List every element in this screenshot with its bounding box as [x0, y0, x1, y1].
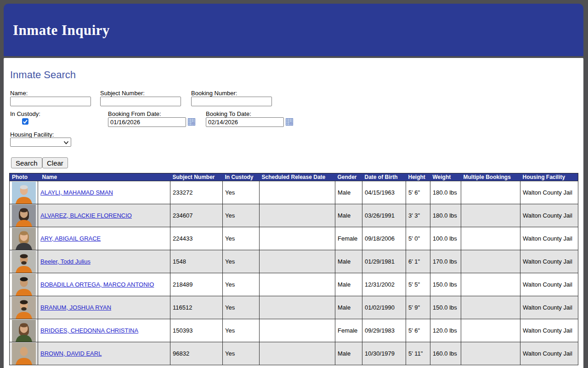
inmate-height-cell: 6' 1" — [406, 250, 430, 273]
inmate-name-link[interactable]: BRIDGES, CHEDONNA CHRISTINA — [40, 327, 138, 334]
subject-number-label: Subject Number: — [100, 90, 145, 97]
inmate-photo-cell — [10, 250, 38, 273]
inmate-multiple-cell — [461, 296, 520, 319]
inmate-custody-cell: Yes — [223, 342, 260, 365]
inmate-table-header-row: PhotoNameSubject NumberIn CustodySchedul… — [10, 173, 578, 181]
inmate-height-cell: 5' 6" — [406, 181, 430, 204]
column-header-name: Name — [38, 173, 170, 181]
inmate-subject-cell: 96832 — [170, 342, 223, 365]
inmate-photo-cell — [10, 319, 38, 342]
mugshot-photo — [12, 320, 36, 342]
inmate-photo-cell — [10, 227, 38, 250]
inmate-gender-cell: Male — [335, 273, 362, 296]
inmate-custody-cell: Yes — [223, 319, 260, 342]
booking-from-date-input[interactable] — [108, 117, 186, 127]
inmate-row: BROWN, DAVID EARL96832YesMale10/30/19795… — [10, 342, 578, 365]
inmate-row: ALVAREZ, BLACKIE FLORENCIO234607YesMale0… — [10, 204, 578, 227]
inmate-custody-cell: Yes — [223, 296, 260, 319]
booking-number-input[interactable] — [191, 97, 272, 106]
inmate-custody-cell: Yes — [223, 250, 260, 273]
subject-number-input[interactable] — [100, 97, 181, 106]
inmate-name-link[interactable]: BOBADILLA ORTEGA, MARCO ANTONIO — [40, 281, 154, 288]
inmate-gender-cell: Female — [335, 227, 362, 250]
inmate-height-cell: 5' 5" — [406, 273, 430, 296]
inmate-dob-cell: 04/15/1963 — [362, 181, 406, 204]
booking-from-calendar-icon[interactable] — [188, 118, 195, 126]
inmate-facility-cell: Walton County Jail — [520, 227, 578, 250]
inmate-name-link[interactable]: ALVAREZ, BLACKIE FLORENCIO — [40, 212, 132, 219]
inmate-subject-cell: 1548 — [170, 250, 223, 273]
inmate-release-cell — [260, 250, 335, 273]
in-custody-label: In Custody: — [10, 110, 40, 117]
inmate-name-cell: Beeler, Todd Julius — [38, 250, 170, 273]
page-container: Inmate Inquiry Inmate Search Name: Subje… — [4, 4, 583, 368]
column-header-gender: Gender — [335, 173, 362, 181]
inmate-row: BOBADILLA ORTEGA, MARCO ANTONIO218489Yes… — [10, 273, 578, 296]
inmate-dob-cell: 03/26/1991 — [362, 204, 406, 227]
inmate-name-link[interactable]: Beeler, Todd Julius — [40, 258, 90, 265]
inmate-release-cell — [260, 296, 335, 319]
inmate-name-link[interactable]: ALAYLI, MAHAMAD SMAN — [40, 189, 113, 196]
inmate-custody-cell: Yes — [223, 227, 260, 250]
inmate-facility-cell: Walton County Jail — [520, 181, 578, 204]
inmate-release-cell — [260, 273, 335, 296]
inmate-height-cell: 3' 3" — [406, 204, 430, 227]
inmate-photo-cell — [10, 204, 38, 227]
inmate-multiple-cell — [461, 342, 520, 365]
inmate-gender-cell: Male — [335, 204, 362, 227]
mugshot-photo — [12, 251, 36, 273]
inmate-facility-cell: Walton County Jail — [520, 273, 578, 296]
inmate-subject-cell: 233272 — [170, 181, 223, 204]
inmate-name-link[interactable]: ARY, ABIGAIL GRACE — [40, 235, 101, 242]
inmate-subject-cell: 218489 — [170, 273, 223, 296]
inmate-height-cell: 5' 9" — [406, 296, 430, 319]
inmate-height-cell: 5' 6" — [406, 319, 430, 342]
main-content: Inmate Search Name: Subject Number: Book… — [4, 58, 583, 368]
mugshot-photo — [12, 274, 36, 296]
inmate-photo-cell — [10, 273, 38, 296]
name-label: Name: — [10, 90, 28, 97]
inmate-gender-cell: Male — [335, 342, 362, 365]
inmate-weight-cell: 180.0 lbs — [430, 181, 461, 204]
inmate-height-cell: 5' 0" — [406, 227, 430, 250]
mugshot-photo — [12, 205, 36, 227]
name-input[interactable] — [10, 97, 91, 106]
inmate-custody-cell: Yes — [223, 273, 260, 296]
column-header-multiple-bookings: Multiple Bookings — [461, 173, 520, 181]
inmate-weight-cell: 180.0 lbs — [430, 204, 461, 227]
search-button[interactable]: Search — [11, 157, 42, 168]
inmate-name-link[interactable]: BRANUM, JOSHUA RYAN — [40, 304, 111, 311]
inmate-dob-cell: 10/30/1979 — [362, 342, 406, 365]
mugshot-photo — [12, 297, 36, 319]
inmate-height-cell: 5' 11" — [406, 342, 430, 365]
in-custody-checkbox[interactable] — [22, 118, 28, 125]
inmate-row: BRANUM, JOSHUA RYAN116512YesMale01/02/19… — [10, 296, 578, 319]
booking-to-calendar-icon[interactable] — [286, 118, 293, 126]
search-section-heading: Inmate Search — [10, 69, 76, 81]
inmate-gender-cell: Male — [335, 181, 362, 204]
inmate-facility-cell: Walton County Jail — [520, 296, 578, 319]
column-header-scheduled-release-date: Scheduled Release Date — [260, 173, 335, 181]
column-header-subject-number: Subject Number — [170, 173, 223, 181]
booking-to-date-input[interactable] — [206, 117, 284, 127]
inmate-gender-cell: Female — [335, 319, 362, 342]
inmate-multiple-cell — [461, 250, 520, 273]
inmate-name-cell: ARY, ABIGAIL GRACE — [38, 227, 170, 250]
inmate-dob-cell: 09/18/2006 — [362, 227, 406, 250]
inmate-name-link[interactable]: BROWN, DAVID EARL — [40, 350, 102, 357]
inmate-multiple-cell — [461, 319, 520, 342]
inmate-multiple-cell — [461, 273, 520, 296]
check-icon — [23, 120, 28, 124]
inmate-row: BRIDGES, CHEDONNA CHRISTINA150393YesFema… — [10, 319, 578, 342]
inmate-weight-cell: 150.0 lbs — [430, 273, 461, 296]
inmate-dob-cell: 01/02/1990 — [362, 296, 406, 319]
booking-from-date-label: Booking From Date: — [108, 110, 161, 117]
inmate-photo-cell — [10, 296, 38, 319]
inmate-release-cell — [260, 227, 335, 250]
inmate-name-cell: BROWN, DAVID EARL — [38, 342, 170, 365]
inmate-subject-cell: 150393 — [170, 319, 223, 342]
clear-button[interactable]: Clear — [42, 157, 68, 168]
inmate-facility-cell: Walton County Jail — [520, 319, 578, 342]
housing-facility-select[interactable] — [10, 138, 71, 147]
inmate-table-body: ALAYLI, MAHAMAD SMAN233272YesMale04/15/1… — [10, 181, 578, 365]
